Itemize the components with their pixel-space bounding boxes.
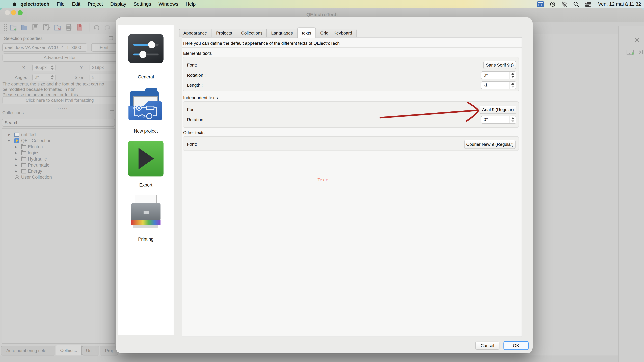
chevron-right-icon[interactable]: ▸	[15, 150, 17, 155]
tree-item-user-collection[interactable]: User Collection	[2, 174, 114, 180]
save-as-icon[interactable]	[42, 23, 50, 31]
ok-button[interactable]: OK	[504, 341, 528, 350]
undo-icon[interactable]	[92, 23, 100, 31]
dock-float-icon[interactable]	[110, 110, 114, 114]
tree-item-hydraulic[interactable]: ▸ Hydraulic	[2, 156, 114, 162]
spin-buttons[interactable]	[510, 82, 516, 89]
html-warning-line2: be modified because formatted in html.	[2, 87, 78, 92]
open-file-icon[interactable]	[20, 23, 28, 31]
elements-texts-title: Elements texts	[183, 51, 212, 56]
dock-float-icon[interactable]	[109, 36, 113, 40]
angle-label: Angle:	[15, 75, 27, 80]
spin-buttons[interactable]	[510, 72, 516, 79]
x-spin-buttons[interactable]	[49, 64, 55, 71]
advanced-editor-button[interactable]: Advanced Editor	[2, 53, 117, 62]
tab-projects[interactable]: Projects	[211, 29, 237, 37]
sidebar-item-new-project[interactable]: New project	[118, 129, 174, 134]
tree-item-pneumatic[interactable]: ▸ Pneumatic	[2, 162, 114, 168]
bottom-tab-projects[interactable]: Proj	[100, 346, 118, 356]
time-machine-icon[interactable]	[550, 1, 556, 7]
tree-item-energy[interactable]: ▸ Energy	[2, 168, 114, 174]
redo-icon[interactable]	[104, 23, 111, 31]
menu-app-name[interactable]: qelectrotech	[17, 1, 53, 7]
other-font-label: Font:	[187, 142, 197, 147]
chevron-down-icon[interactable]: ▾	[8, 138, 10, 143]
sidebar-item-printing[interactable]: Printing	[118, 237, 174, 242]
selection-text-input[interactable]	[2, 43, 87, 52]
tree-item-electric[interactable]: ▸ Electric	[2, 144, 114, 150]
tree-item-logics[interactable]: ▸ logics	[2, 150, 114, 156]
spin-buttons[interactable]	[510, 116, 516, 123]
sidebar-item-general[interactable]: General	[118, 74, 174, 80]
tab-languages[interactable]: Languages	[267, 29, 297, 37]
new-project-icon[interactable]	[128, 87, 164, 122]
close-panel-icon[interactable]	[634, 37, 639, 42]
tree-item-qet-collection[interactable]: ▾ QET Collection	[2, 138, 114, 144]
font-button[interactable]: Font	[91, 43, 117, 52]
add-folio-icon[interactable]	[626, 50, 634, 56]
bottom-tab-auto-numbering[interactable]: Auto numbering sele...	[1, 346, 55, 356]
screen: QElectroTech Selection properties Font A…	[0, 0, 644, 362]
other-font-button[interactable]: Courier New 9 (Regular)	[464, 140, 516, 149]
folder-icon	[21, 163, 26, 167]
folder-icon	[21, 169, 26, 173]
export-pdf-icon[interactable]	[76, 23, 84, 31]
elements-length-spinbox[interactable]: -1	[481, 81, 516, 89]
bottom-tab-undo[interactable]: Un...	[82, 346, 99, 356]
menu-windows[interactable]: Windows	[155, 1, 182, 7]
search-icon[interactable]	[573, 1, 579, 7]
print-icon[interactable]	[65, 23, 72, 31]
angle-spinbox[interactable]: 0°	[32, 73, 56, 81]
apple-icon[interactable]	[12, 1, 17, 7]
elements-rotation-spinbox[interactable]: 0°	[481, 71, 516, 79]
menu-file[interactable]: File	[53, 1, 68, 7]
chevron-right-icon[interactable]: ▸	[15, 144, 17, 149]
x-label: X :	[22, 65, 28, 70]
save-icon[interactable]	[32, 23, 39, 31]
window-title: QElectroTech	[0, 12, 644, 17]
export-icon[interactable]	[128, 141, 164, 176]
menu-display[interactable]: Display	[106, 1, 130, 7]
chevron-right-icon[interactable]: ▸	[15, 163, 17, 167]
tab-collections[interactable]: Collections	[237, 29, 267, 37]
tree-item-untitled[interactable]: ▸ untitled	[2, 132, 114, 138]
angle-spin-buttons[interactable]	[49, 74, 55, 81]
x-spinbox[interactable]: 405px	[32, 64, 56, 71]
elements-font-button[interactable]: Sans Serif 9 ()	[483, 61, 516, 69]
menu-settings[interactable]: Settings	[130, 1, 155, 7]
general-icon[interactable]	[128, 34, 164, 63]
size-field: 9	[90, 73, 117, 81]
cancel-button[interactable]: Cancel	[475, 342, 500, 350]
last-folio-icon[interactable]	[638, 50, 643, 55]
y-label: Y :	[80, 65, 85, 70]
printing-icon[interactable]	[128, 195, 164, 231]
bottom-tab-collections[interactable]: Collect...	[56, 345, 82, 356]
collections-search-input[interactable]	[2, 119, 115, 127]
menu-project[interactable]: Project	[84, 1, 106, 7]
menu-clock[interactable]: Ven. 12 mai à 11:32	[597, 1, 641, 7]
qet-status-icon[interactable]	[537, 1, 544, 7]
chevron-right-icon[interactable]: ▸	[15, 169, 17, 173]
tab-grid-keyboard[interactable]: Grid + Keyboard	[316, 29, 356, 37]
y-spinbox[interactable]: 219px	[90, 64, 117, 71]
menu-edit[interactable]: Edit	[68, 1, 84, 7]
cancel-html-formatting-button[interactable]: Click here to cancel html formatting	[2, 96, 117, 104]
project-icon	[14, 133, 19, 137]
sidebar-item-export[interactable]: Export	[118, 183, 174, 188]
menu-help[interactable]: Help	[182, 1, 200, 7]
chevron-right-icon[interactable]: ▸	[15, 157, 17, 161]
splitter-handle[interactable]: ······	[55, 106, 68, 111]
collections-tree: ▸ untitled ▾ QET Collection ▸ Electric ▸…	[2, 128, 115, 344]
dialog-sidebar	[118, 25, 174, 335]
control-center-icon[interactable]	[585, 1, 591, 7]
tab-appearance[interactable]: Appearance	[179, 29, 211, 37]
right-dock-panel	[618, 26, 644, 362]
close-file-icon[interactable]	[54, 23, 62, 31]
tab-texts[interactable]: texts	[297, 27, 316, 38]
wifi-off-icon[interactable]	[561, 1, 568, 7]
elements-rotation-label: Rotation :	[187, 73, 206, 78]
toolbar-drag-handle[interactable]	[4, 24, 8, 31]
chevron-right-icon[interactable]: ▸	[8, 132, 10, 137]
new-file-icon[interactable]	[10, 23, 17, 31]
collections-title: Collections	[2, 110, 24, 115]
